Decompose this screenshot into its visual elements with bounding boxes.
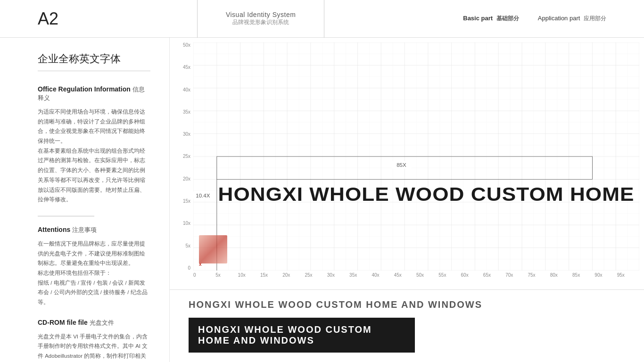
vi-subtitle: 品牌视觉形象识别系统 [232, 18, 289, 26]
vi-title: Visual Identity System [226, 11, 296, 18]
top-header: A2 Visual Identity System 品牌视觉形象识别系统 Bas… [0, 0, 644, 38]
x-label-60: 60x [461, 272, 483, 278]
x-label-80: 80x [550, 272, 572, 278]
x-marker: x [199, 262, 202, 267]
header-center: Visual Identity System 品牌视觉形象识别系统 [197, 0, 324, 38]
header-right: Basic part 基础部分 Application part 应用部分 [463, 15, 606, 23]
x-label-55: 55x [438, 272, 461, 278]
header-left: A2 [38, 10, 58, 27]
chart-area: 50x 45x 40x 35x 30x 25x 20x 15x 10x 5x 0 [170, 38, 644, 290]
section-cdrom-heading: CD-ROM file file 光盘文件 [38, 319, 150, 327]
x-label-90: 90x [594, 272, 617, 278]
y-label-10: 10x [170, 221, 193, 226]
x-label-40: 40x [372, 272, 394, 278]
main-layout: 企业全称英文字体 Office Regulation Information 信… [0, 38, 644, 362]
y-label-15: 15x [170, 198, 193, 204]
divider1 [38, 216, 94, 216]
section-cdrom: CD-ROM file file 光盘文件 光盘文件是本 VI 手册电子文件的集… [38, 319, 150, 362]
section-regulation: Office Regulation Information 信息释义 为适应不同… [38, 85, 150, 205]
y-label-45: 45x [170, 65, 193, 70]
x-label-15: 15x [260, 272, 282, 278]
sidebar: 企业全称英文字体 Office Regulation Information 信… [0, 38, 170, 362]
x-label-10: 10x [238, 272, 260, 278]
x-label-0: 0 [193, 272, 215, 278]
y-label-0: 0 [170, 265, 193, 271]
y-label-5: 5x [170, 243, 193, 248]
text-showcase: HONGXI WHOLE WOOD CUSTOM HOME AND WINDOW… [170, 290, 644, 362]
section-attentions-heading: Attentions 注意事项 [38, 226, 150, 234]
x-label-30: 30x [327, 272, 349, 278]
section-regulation-body: 为适应不同使用场合与环境，确保信息传达的清晰与准确，特设计了企业品牌的多种组合，… [38, 107, 150, 205]
x-label-25: 25x [305, 272, 327, 278]
x-label-20: 20x [282, 272, 305, 278]
page-id: A2 [38, 10, 58, 27]
y-label-20: 20x [170, 176, 193, 181]
svg-text:HONGXI WHOLE WOOD CUSTOM HOME : HONGXI WHOLE WOOD CUSTOM HOME AND WINDOW… [218, 183, 639, 205]
x-label-75: 75x [528, 272, 550, 278]
text-showcase-filled: HONGXI WHOLE WOOD CUSTOM HOME AND WINDOW… [189, 318, 415, 353]
section-regulation-heading: Office Regulation Information 信息释义 [38, 85, 150, 102]
section-cdrom-body: 光盘文件是本 VI 手册电子文件的集合，内含手册制作时的专用软件格式文件。其中 … [38, 332, 150, 362]
x-axis-labels: 0 5x 10x 15x 20x 25x 30x 35x 40x 45x 50x… [193, 271, 639, 289]
text-showcase-outline: HONGXI WHOLE WOOD CUSTOM HOME AND WINDOW… [189, 299, 625, 310]
y-label-25: 25x [170, 154, 193, 159]
x-label-65: 65x [483, 272, 505, 278]
logo-placeholder [199, 235, 227, 263]
svg-text:10.4X: 10.4X [196, 193, 210, 198]
content-area: 50x 45x 40x 35x 30x 25x 20x 15x 10x 5x 0 [170, 38, 644, 362]
grid-svg: 85X 10.4X HONGXI WHOLE WOOD CUSTOM HOME … [193, 42, 639, 271]
y-label-35: 35x [170, 109, 193, 115]
x-label-35: 35x [349, 272, 372, 278]
x-label-5: 5x [215, 272, 238, 278]
y-label-30: 30x [170, 132, 193, 137]
section-attentions-body: 在一般情况下使用品牌标志，应尽量使用提供的光盘电子文件，不建议使用标准制图绘制标… [38, 239, 150, 307]
x-label-45: 45x [394, 272, 416, 278]
y-axis-labels: 50x 45x 40x 35x 30x 25x 20x 15x 10x 5x 0 [170, 42, 193, 271]
x-label-70: 70x [505, 272, 528, 278]
sidebar-title: 企业全称英文字体 [38, 52, 150, 71]
nav-application[interactable]: Application part 应用部分 [538, 15, 606, 23]
nav-basic[interactable]: Basic part 基础部分 [463, 15, 519, 23]
y-label-50: 50x [170, 42, 193, 48]
x-label-85: 85x [572, 272, 594, 278]
x-label-50: 50x [416, 272, 438, 278]
svg-text:85X: 85X [396, 162, 406, 168]
section-attentions: Attentions 注意事项 在一般情况下使用品牌标志，应尽量使用提供的光盘电… [38, 226, 150, 307]
x-label-95: 95x [617, 272, 639, 278]
y-label-40: 40x [170, 87, 193, 92]
